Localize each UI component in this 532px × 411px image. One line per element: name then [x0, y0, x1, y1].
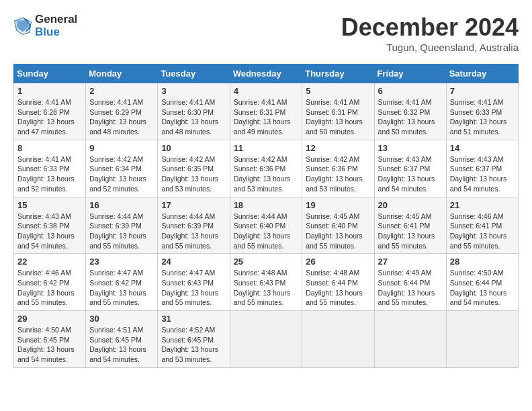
day-number: 22 — [17, 257, 82, 267]
table-row: 3 Sunrise: 4:41 AM Sunset: 6:30 PM Dayli… — [158, 83, 230, 140]
sunset-label: Sunset: 6:44 PM — [450, 279, 502, 287]
day-number: 14 — [450, 143, 515, 153]
sunset-label: Sunset: 6:36 PM — [234, 165, 286, 173]
table-row: 8 Sunrise: 4:41 AM Sunset: 6:33 PM Dayli… — [14, 140, 86, 197]
day-info: Sunrise: 4:42 AM Sunset: 6:35 PM Dayligh… — [161, 154, 226, 194]
table-row: 14 Sunrise: 4:43 AM Sunset: 6:37 PM Dayl… — [446, 140, 518, 197]
sunset-label: Sunset: 6:28 PM — [17, 108, 70, 116]
day-info: Sunrise: 4:45 AM Sunset: 6:41 PM Dayligh… — [378, 212, 443, 251]
day-info: Sunrise: 4:48 AM Sunset: 6:43 PM Dayligh… — [234, 268, 299, 308]
table-row: 26 Sunrise: 4:48 AM Sunset: 6:44 PM Dayl… — [302, 254, 374, 311]
day-info: Sunrise: 4:41 AM Sunset: 6:31 PM Dayligh… — [306, 97, 370, 137]
table-row: 21 Sunrise: 4:46 AM Sunset: 6:41 PM Dayl… — [446, 197, 518, 254]
sunset-label: Sunset: 6:42 PM — [17, 279, 70, 287]
sunrise-label: Sunrise: 4:41 AM — [234, 98, 287, 106]
day-number: 19 — [306, 200, 370, 210]
daylight-label: Daylight: 13 hours and 55 minutes. — [234, 289, 291, 307]
day-number: 17 — [161, 200, 226, 210]
table-row: 9 Sunrise: 4:42 AM Sunset: 6:34 PM Dayli… — [86, 140, 158, 197]
table-row: 2 Sunrise: 4:41 AM Sunset: 6:29 PM Dayli… — [86, 83, 158, 140]
day-info: Sunrise: 4:43 AM Sunset: 6:37 PM Dayligh… — [450, 154, 515, 194]
day-number: 10 — [161, 143, 226, 153]
day-number: 29 — [17, 314, 82, 324]
sunrise-label: Sunrise: 4:45 AM — [378, 212, 432, 220]
sunrise-label: Sunrise: 4:44 AM — [89, 212, 143, 220]
day-info: Sunrise: 4:41 AM Sunset: 6:28 PM Dayligh… — [17, 97, 82, 137]
day-info: Sunrise: 4:47 AM Sunset: 6:43 PM Dayligh… — [161, 268, 226, 308]
table-row: 20 Sunrise: 4:45 AM Sunset: 6:41 PM Dayl… — [374, 197, 446, 254]
calendar-table: Sunday Monday Tuesday Wednesday Thursday… — [13, 64, 519, 368]
day-number: 23 — [89, 257, 154, 267]
logo: General Blue — [13, 13, 77, 38]
day-number: 28 — [450, 257, 515, 267]
sunrise-label: Sunrise: 4:52 AM — [161, 326, 215, 334]
daylight-label: Daylight: 13 hours and 55 minutes. — [306, 232, 363, 250]
table-row: 19 Sunrise: 4:45 AM Sunset: 6:40 PM Dayl… — [302, 197, 374, 254]
page-header: General Blue December 2024 Tugun, Queens… — [13, 13, 519, 53]
day-info: Sunrise: 4:50 AM Sunset: 6:45 PM Dayligh… — [17, 325, 82, 365]
daylight-label: Daylight: 13 hours and 55 minutes. — [89, 289, 146, 307]
sunrise-label: Sunrise: 4:41 AM — [17, 155, 71, 163]
sunrise-label: Sunrise: 4:50 AM — [17, 326, 71, 334]
sunset-label: Sunset: 6:33 PM — [17, 165, 70, 173]
table-row: 7 Sunrise: 4:41 AM Sunset: 6:33 PM Dayli… — [446, 83, 518, 140]
daylight-label: Daylight: 13 hours and 51 minutes. — [450, 118, 507, 136]
calendar-week-row: 22 Sunrise: 4:46 AM Sunset: 6:42 PM Dayl… — [14, 254, 519, 311]
col-monday: Monday — [86, 64, 158, 83]
day-number: 12 — [306, 143, 370, 153]
day-number: 21 — [450, 200, 515, 210]
sunrise-label: Sunrise: 4:42 AM — [234, 155, 287, 163]
sunset-label: Sunset: 6:37 PM — [378, 165, 431, 173]
sunrise-label: Sunrise: 4:41 AM — [17, 98, 71, 106]
calendar-header-row: Sunday Monday Tuesday Wednesday Thursday… — [14, 64, 519, 83]
sunrise-label: Sunrise: 4:41 AM — [450, 98, 504, 106]
day-info: Sunrise: 4:42 AM Sunset: 6:36 PM Dayligh… — [306, 154, 370, 194]
table-row — [230, 311, 302, 368]
day-info: Sunrise: 4:44 AM Sunset: 6:39 PM Dayligh… — [89, 212, 154, 251]
table-row — [302, 311, 374, 368]
day-info: Sunrise: 4:46 AM Sunset: 6:41 PM Dayligh… — [450, 212, 515, 251]
daylight-label: Daylight: 13 hours and 53 minutes. — [161, 345, 218, 363]
daylight-label: Daylight: 13 hours and 48 minutes. — [161, 118, 218, 136]
day-number: 2 — [89, 86, 154, 96]
day-info: Sunrise: 4:43 AM Sunset: 6:37 PM Dayligh… — [378, 154, 443, 194]
table-row: 4 Sunrise: 4:41 AM Sunset: 6:31 PM Dayli… — [230, 83, 302, 140]
daylight-label: Daylight: 13 hours and 49 minutes. — [234, 118, 291, 136]
day-number: 9 — [89, 143, 154, 153]
sunrise-label: Sunrise: 4:42 AM — [161, 155, 215, 163]
col-tuesday: Tuesday — [158, 64, 230, 83]
day-info: Sunrise: 4:43 AM Sunset: 6:38 PM Dayligh… — [17, 212, 82, 251]
table-row: 6 Sunrise: 4:41 AM Sunset: 6:32 PM Dayli… — [374, 83, 446, 140]
day-number: 15 — [17, 200, 82, 210]
day-number: 8 — [17, 143, 82, 153]
day-number: 4 — [234, 86, 299, 96]
day-info: Sunrise: 4:47 AM Sunset: 6:42 PM Dayligh… — [89, 268, 154, 308]
table-row: 22 Sunrise: 4:46 AM Sunset: 6:42 PM Dayl… — [14, 254, 86, 311]
table-row: 15 Sunrise: 4:43 AM Sunset: 6:38 PM Dayl… — [14, 197, 86, 254]
day-info: Sunrise: 4:44 AM Sunset: 6:39 PM Dayligh… — [161, 212, 226, 251]
sunrise-label: Sunrise: 4:41 AM — [161, 98, 215, 106]
day-number: 18 — [234, 200, 299, 210]
sunrise-label: Sunrise: 4:42 AM — [89, 155, 143, 163]
daylight-label: Daylight: 13 hours and 54 minutes. — [378, 175, 435, 193]
day-info: Sunrise: 4:50 AM Sunset: 6:44 PM Dayligh… — [450, 268, 515, 308]
sunrise-label: Sunrise: 4:44 AM — [234, 212, 287, 220]
sunrise-label: Sunrise: 4:50 AM — [450, 269, 504, 277]
sunrise-label: Sunrise: 4:41 AM — [306, 98, 359, 106]
daylight-label: Daylight: 13 hours and 48 minutes. — [89, 118, 146, 136]
table-row: 31 Sunrise: 4:52 AM Sunset: 6:45 PM Dayl… — [158, 311, 230, 368]
table-row: 18 Sunrise: 4:44 AM Sunset: 6:40 PM Dayl… — [230, 197, 302, 254]
sunset-label: Sunset: 6:31 PM — [306, 108, 358, 116]
daylight-label: Daylight: 13 hours and 55 minutes. — [378, 232, 435, 250]
day-info: Sunrise: 4:41 AM Sunset: 6:33 PM Dayligh… — [450, 97, 515, 137]
col-thursday: Thursday — [302, 64, 374, 83]
day-info: Sunrise: 4:46 AM Sunset: 6:42 PM Dayligh… — [17, 268, 82, 308]
day-number: 3 — [161, 86, 226, 96]
sunrise-label: Sunrise: 4:44 AM — [161, 212, 215, 220]
daylight-label: Daylight: 13 hours and 47 minutes. — [17, 118, 75, 136]
day-number: 5 — [306, 86, 370, 96]
location: Tugun, Queensland, Australia — [341, 42, 519, 53]
sunrise-label: Sunrise: 4:51 AM — [89, 326, 143, 334]
day-number: 16 — [89, 200, 154, 210]
table-row — [446, 311, 518, 368]
